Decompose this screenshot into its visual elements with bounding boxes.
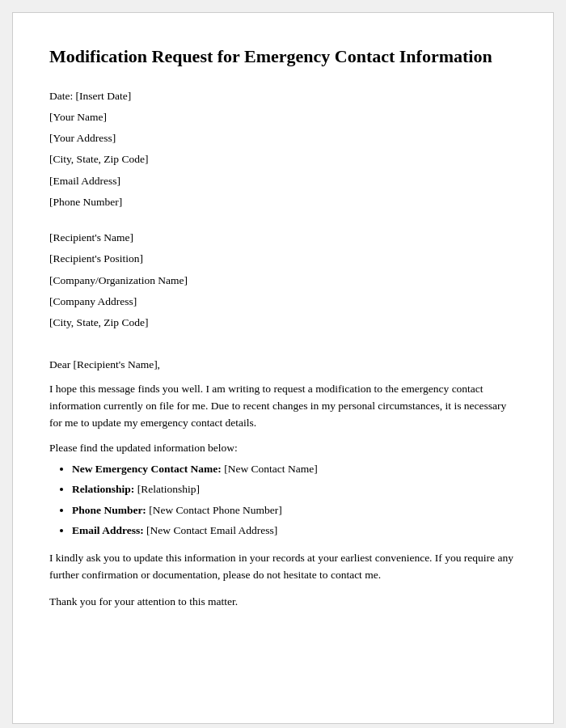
list-item: Phone Number: [New Contact Phone Number] (72, 502, 517, 518)
document-title: Modification Request for Emergency Conta… (49, 45, 517, 69)
document-container: Modification Request for Emergency Conta… (12, 12, 554, 724)
bullet-value-4: [New Contact Email Address] (146, 524, 277, 536)
sender-block: Date: [Insert Date] [Your Name] [Your Ad… (49, 88, 517, 211)
paragraph-2: I kindly ask you to update this informat… (49, 550, 517, 584)
recipient-position: [Recipient's Position] (49, 251, 517, 267)
list-item: Relationship: [Relationship] (72, 481, 517, 497)
recipient-name: [Recipient's Name] (49, 230, 517, 246)
spacer-1 (49, 215, 517, 230)
sender-phone: [Phone Number] (49, 194, 517, 210)
bullet-value-1: [New Contact Name] (224, 463, 317, 475)
spacer-2 (49, 336, 517, 350)
bullet-value-2: [Relationship] (137, 483, 200, 495)
sender-name: [Your Name] (49, 109, 517, 125)
bullet-label-1: New Emergency Contact Name: (72, 463, 222, 475)
recipient-city-state-zip: [City, State, Zip Code] (49, 315, 517, 331)
recipient-block: [Recipient's Name] [Recipient's Position… (49, 230, 517, 331)
bullet-list: New Emergency Contact Name: [New Contact… (72, 461, 517, 539)
salutation: Dear [Recipient's Name], (49, 358, 517, 371)
list-intro: Please find the updated information belo… (49, 442, 517, 455)
sender-email: [Email Address] (49, 173, 517, 189)
bullet-label-2: Relationship: (72, 483, 134, 495)
paragraph-1: I hope this message finds you well. I am… (49, 381, 517, 432)
bullet-label-4: Email Address: (72, 524, 144, 536)
sender-city-state-zip: [City, State, Zip Code] (49, 151, 517, 167)
body-section: Dear [Recipient's Name], I hope this mes… (49, 358, 517, 611)
sender-date: Date: [Insert Date] (49, 88, 517, 104)
list-item: New Emergency Contact Name: [New Contact… (72, 461, 517, 477)
bullet-label-3: Phone Number: (72, 504, 146, 516)
recipient-company: [Company/Organization Name] (49, 273, 517, 289)
sender-address: [Your Address] (49, 130, 517, 146)
recipient-address: [Company Address] (49, 294, 517, 310)
bullet-value-3: [New Contact Phone Number] (149, 504, 282, 516)
list-item: Email Address: [New Contact Email Addres… (72, 523, 517, 539)
paragraph-3: Thank you for your attention to this mat… (49, 594, 517, 611)
